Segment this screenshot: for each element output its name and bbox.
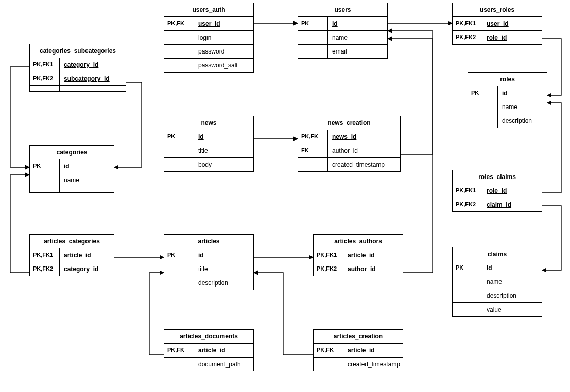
entity-row: FKauthor_id	[298, 144, 400, 158]
entity-row: title	[164, 144, 253, 158]
entity-users: usersPKidnameemail	[298, 3, 388, 59]
entity-title: news	[164, 116, 253, 130]
entity-title: roles_claims	[453, 170, 542, 184]
field-cell: role_id	[482, 184, 542, 198]
entity-row: description	[164, 276, 253, 290]
entity-row: PK,FK2claim_id	[453, 198, 542, 211]
field-cell: title	[194, 262, 253, 276]
field-cell: role_id	[482, 31, 542, 44]
key-cell	[164, 262, 194, 276]
field-cell: article_id	[343, 248, 403, 262]
entity-row: PK,FKnews_id	[298, 130, 400, 144]
field-cell: news_id	[328, 130, 400, 144]
key-cell: FK	[298, 144, 328, 157]
field-cell: name	[60, 173, 114, 187]
entity-row: name	[453, 275, 542, 289]
relationship-arrow	[149, 273, 164, 355]
entity-footer	[30, 86, 126, 91]
key-cell	[468, 100, 498, 114]
key-cell: PK	[468, 86, 498, 100]
entity-row: PKid	[468, 86, 547, 100]
entity-row: PK,FK2category_id	[30, 262, 114, 276]
field-cell: description	[194, 276, 253, 290]
field-cell: claim_id	[482, 198, 542, 211]
entity-row: email	[298, 45, 387, 58]
field-cell: id	[498, 86, 547, 100]
relationship-arrow	[114, 82, 142, 167]
field-cell: title	[194, 144, 253, 157]
key-cell: PK	[164, 130, 194, 144]
entity-row: PK,FK1category_id	[30, 58, 126, 72]
entity-articles_creation: articles_creationPK,FKarticle_idcreated_…	[313, 329, 403, 371]
entity-row: PKid	[298, 17, 387, 31]
key-cell: PK,FK2	[314, 262, 343, 276]
field-cell: name	[482, 275, 542, 289]
entity-users_auth: users_authPK,FKuser_idloginpasswordpassw…	[164, 3, 254, 73]
entity-row: password	[164, 45, 253, 59]
field-cell: email	[328, 45, 387, 58]
key-cell	[314, 358, 343, 371]
entity-news_creation: news_creationPK,FKnews_idFKauthor_idcrea…	[298, 116, 401, 172]
entity-row: PK,FK2role_id	[453, 31, 542, 44]
field-cell: password_salt	[194, 59, 253, 72]
field-cell: user_id	[482, 17, 542, 30]
entity-articles_authors: articles_authorsPK,FK1article_idPK,FK2au…	[313, 234, 403, 276]
entity-row: created_timestamp	[298, 158, 400, 171]
key-cell	[164, 144, 194, 157]
field-cell: description	[482, 289, 542, 302]
key-cell: PK	[298, 17, 328, 30]
key-cell: PK,FK1	[30, 248, 60, 262]
entity-row: name	[468, 100, 547, 114]
key-cell: PK	[164, 248, 194, 262]
key-cell: PK,FK	[164, 344, 194, 357]
entity-title: users_roles	[453, 3, 542, 17]
field-cell: category_id	[60, 58, 126, 72]
entity-title: news_creation	[298, 116, 400, 130]
entity-row: PK,FK1article_id	[314, 248, 403, 262]
entity-row: title	[164, 262, 253, 276]
field-cell: created_timestamp	[328, 158, 400, 171]
entity-title: articles_categories	[30, 235, 114, 248]
key-cell: PK,FK	[314, 344, 343, 357]
entity-title: users_auth	[164, 3, 253, 17]
entity-row: PK,FK1role_id	[453, 184, 542, 198]
entity-row: PKid	[30, 159, 114, 173]
entity-row: PK,FKarticle_id	[314, 344, 403, 358]
entity-row: name	[298, 31, 387, 45]
key-cell	[453, 289, 482, 302]
er-diagram-canvas: categories_subcategoriesPK,FK1category_i…	[0, 0, 570, 392]
entity-row: password_salt	[164, 59, 253, 72]
field-cell: body	[194, 158, 253, 171]
entity-users_roles: users_rolesPK,FK1user_idPK,FK2role_id	[452, 3, 542, 45]
entity-footer	[30, 187, 114, 192]
entity-title: categories	[30, 146, 114, 159]
key-cell: PK,FK1	[453, 17, 482, 30]
entity-row: PKid	[164, 248, 253, 262]
entity-row: PK,FK2author_id	[314, 262, 403, 276]
field-cell: value	[482, 303, 542, 316]
key-cell: PK,FK1	[30, 58, 60, 72]
field-cell: id	[60, 159, 114, 173]
entity-title: articles_documents	[164, 330, 253, 344]
relationship-arrow	[542, 206, 561, 270]
field-cell: password	[194, 45, 253, 58]
entity-row: created_timestamp	[314, 358, 403, 371]
entity-title: roles	[468, 73, 547, 86]
entity-articles_categories: articles_categoriesPK,FK1article_idPK,FK…	[29, 234, 114, 276]
entity-title: claims	[453, 247, 542, 261]
entity-news: newsPKidtitlebody	[164, 116, 254, 172]
entity-title: users	[298, 3, 387, 17]
key-cell: PK,FK2	[453, 198, 482, 211]
key-cell	[453, 275, 482, 289]
field-cell: id	[328, 17, 387, 30]
field-cell: author_id	[343, 262, 403, 276]
entity-row: value	[453, 303, 542, 316]
entity-title: articles	[164, 235, 253, 248]
entity-categories: categoriesPKidname	[29, 145, 114, 193]
field-cell: category_id	[60, 262, 114, 276]
entity-row: PK,FKuser_id	[164, 17, 253, 31]
key-cell	[298, 158, 328, 171]
field-cell: author_id	[328, 144, 400, 157]
entity-title: articles_authors	[314, 235, 403, 248]
field-cell: description	[498, 114, 547, 128]
